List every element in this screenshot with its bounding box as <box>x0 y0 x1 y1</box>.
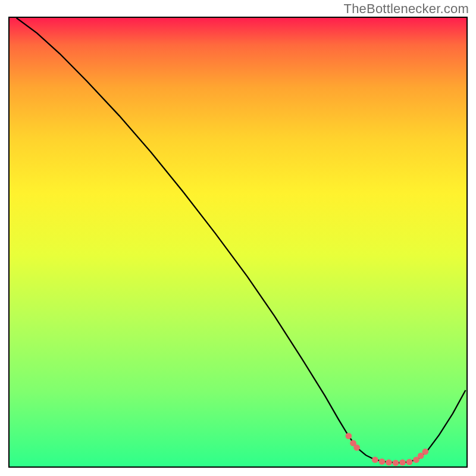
gradient-background <box>10 18 466 466</box>
plot-frame <box>8 17 468 468</box>
curve-marker <box>345 433 352 439</box>
curve-marker <box>372 456 378 463</box>
curve-marker <box>379 458 386 465</box>
curve-marker <box>353 444 360 451</box>
curve-marker <box>399 459 406 466</box>
chart-container: TheBottlenecker.com <box>0 0 476 476</box>
chart-svg <box>10 18 466 466</box>
curve-marker <box>422 449 429 455</box>
watermark-text: TheBottlenecker.com <box>344 1 469 17</box>
curve-marker <box>406 459 413 465</box>
curve-marker <box>393 460 399 466</box>
curve-marker <box>386 459 392 466</box>
